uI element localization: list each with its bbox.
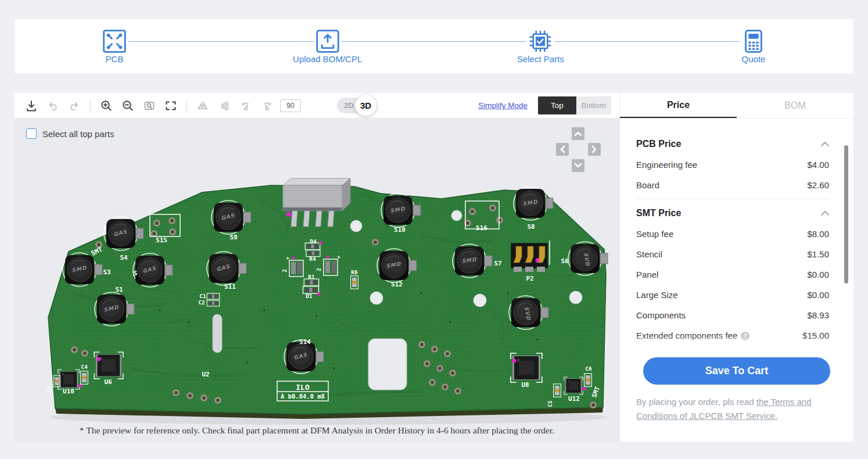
collapse-chevron-icon[interactable] (821, 210, 829, 216)
side-bottom-button[interactable]: Bottom (576, 96, 611, 114)
svg-text:S12: S12 (391, 281, 403, 288)
zoom-out-icon[interactable] (119, 97, 137, 114)
price-panel: Price BOM PCB Price Engineering fee $4.0… (620, 93, 853, 442)
board-3d-viewport[interactable]: Select all top parts (15, 119, 619, 442)
step-select-parts[interactable]: Select Parts (526, 19, 554, 54)
select-all-top-parts: Select all top parts (26, 128, 114, 139)
calculator-icon (741, 28, 766, 54)
svg-text:C1: C1 (199, 293, 206, 299)
download-icon[interactable] (23, 97, 40, 114)
pan-down-button[interactable] (572, 159, 584, 172)
svg-text:D4: D4 (310, 238, 317, 245)
svg-text:S: S (134, 270, 138, 277)
select-all-checkbox[interactable] (26, 128, 37, 139)
svg-text:2: 2 (281, 269, 288, 272)
svg-text:R6: R6 (351, 269, 358, 275)
svg-text:S11: S11 (224, 283, 236, 291)
chip-u8[interactable] (511, 353, 542, 382)
row-label: Components (636, 310, 686, 320)
undo-icon[interactable] (44, 97, 62, 114)
step-quote[interactable]: Quote (740, 19, 767, 54)
chip-check-icon (528, 28, 553, 54)
upload-icon (315, 28, 340, 54)
row-label: Setup fee (636, 229, 673, 239)
zoom-in-icon[interactable] (98, 97, 115, 114)
pan-right-button[interactable] (588, 143, 601, 156)
step-upload-bom-cpl[interactable]: Upload BOM/CPL (314, 19, 342, 54)
svg-text:S14: S14 (299, 338, 311, 346)
pcb-price-title: PCB Price (636, 139, 681, 149)
smt-price-section-header[interactable]: SMT Price (636, 203, 829, 224)
svg-text:+: + (286, 254, 289, 261)
row-value: $2.60 (807, 180, 829, 190)
chip-u6[interactable] (94, 352, 123, 379)
collapse-chevron-icon[interactable] (821, 141, 829, 147)
step-pcb[interactable]: PCB (101, 19, 128, 54)
price-panel-body: PCB Price Engineering fee $4.00 Board $2… (620, 119, 853, 442)
price-row-components: Components $8.93 (636, 305, 829, 325)
pan-up-button[interactable] (572, 127, 584, 140)
svg-text:P2: P2 (526, 275, 533, 282)
rotate-cw-icon[interactable] (259, 97, 276, 114)
stepper: PCB Upload BOM/CPL Select Parts (15, 19, 853, 74)
step-label-select-parts: Select Parts (517, 54, 564, 64)
svg-text:A b0.84.0 m8: A b0.84.0 m8 (281, 393, 325, 400)
rotate-angle-input[interactable] (280, 99, 301, 112)
row-label: Panel (636, 270, 658, 279)
simplify-mode-link[interactable]: Simplify Mode (478, 101, 528, 110)
tab-price[interactable]: Price (620, 93, 737, 118)
svg-text:C6: C6 (585, 365, 592, 372)
svg-text:U2: U2 (202, 371, 209, 378)
step-label-pcb: PCB (106, 54, 124, 64)
section-divider (636, 199, 829, 199)
row-value: $1.50 (807, 249, 829, 259)
connector-p2[interactable] (511, 243, 547, 272)
row-value: $4.00 (807, 160, 829, 170)
order-steps-card: PCB Upload BOM/CPL Select Parts (15, 19, 853, 74)
select-all-label: Select all top parts (42, 129, 114, 139)
preview-footnote: * The preview for reference only. Check … (15, 425, 619, 436)
step-connector (342, 41, 527, 42)
save-to-cart-button[interactable]: Save To Cart (643, 357, 830, 385)
svg-text:U10: U10 (63, 388, 74, 395)
toolbar-divider (90, 99, 91, 112)
pan-left-button[interactable] (556, 143, 569, 156)
rotate-ccw-icon[interactable] (237, 97, 254, 114)
panel-tabs: Price BOM (620, 93, 853, 119)
fit-screen-icon[interactable] (162, 97, 180, 114)
row-label: Engineering fee (636, 160, 697, 170)
viewer-toolbar: 2D 3D Simplify Mode Top Bottom (15, 93, 619, 119)
flip-vertical-icon[interactable] (216, 97, 233, 114)
svg-text:D1: D1 (306, 293, 313, 299)
svg-text:U8: U8 (521, 381, 529, 389)
panel-scrollbar[interactable] (844, 145, 848, 284)
redo-icon[interactable] (66, 97, 83, 114)
price-row-engineering-fee: Engineering fee $4.00 (636, 155, 829, 175)
svg-text:U6: U6 (104, 378, 112, 386)
flip-horizontal-icon[interactable] (194, 97, 211, 114)
svg-text:+: + (337, 253, 340, 260)
price-row-setup-fee: Setup fee $8.00 (636, 224, 829, 244)
svg-text:2: 2 (315, 268, 322, 271)
pcb-price-section-header[interactable]: PCB Price (636, 134, 829, 155)
svg-text:S7: S7 (494, 260, 501, 267)
marquee-zoom-icon[interactable] (141, 97, 158, 114)
step-connector (128, 41, 314, 42)
2d-3d-toggle[interactable]: 2D 3D (337, 98, 374, 113)
svg-text:S16: S16 (476, 224, 487, 232)
mode-2d-label[interactable]: 2D (344, 101, 354, 110)
board-viewer: 2D 3D Simplify Mode Top Bottom Select al… (15, 93, 620, 442)
pcb-icon (102, 28, 127, 54)
terms-note: By placing your order, pls read the Term… (636, 395, 830, 423)
svg-text:S3: S3 (103, 268, 110, 276)
svg-text:R4: R4 (309, 256, 316, 262)
row-label: Large Size (636, 290, 678, 300)
step-label-upload: Upload BOM/CPL (293, 54, 362, 64)
pcb-board-render[interactable]: GAS SMD SMD GAS GAS GAS SMD SMD SMD SMD … (15, 119, 619, 442)
svg-text:S15: S15 (156, 236, 167, 244)
step-connector (554, 41, 740, 42)
price-row-board: Board $2.60 (636, 175, 829, 195)
tab-bom[interactable]: BOM (737, 93, 853, 118)
side-top-button[interactable]: Top (538, 96, 576, 114)
mode-3d-label[interactable]: 3D (355, 95, 376, 116)
